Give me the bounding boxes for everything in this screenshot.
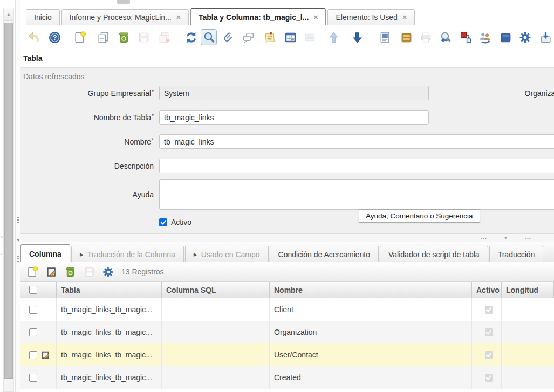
cell-tabla: tb_magic_links_tb_magic... xyxy=(57,343,162,366)
note-icon[interactable] xyxy=(262,29,278,45)
row-checkbox[interactable] xyxy=(29,306,37,314)
required-marker: * xyxy=(152,137,154,143)
close-tab-icon[interactable]: × xyxy=(176,13,181,21)
detail-tab-traducci-n-de-la-columna[interactable]: ▶Traducción de la Columna xyxy=(71,246,184,262)
tab-inicio[interactable]: Inicio xyxy=(26,9,60,25)
grupo-empresarial-link[interactable]: Grupo Empresarial xyxy=(88,89,152,98)
settings-gear-icon[interactable] xyxy=(101,265,114,278)
activo-readonly-checkbox xyxy=(485,351,493,359)
detail-tab-usado-en-campo[interactable]: ▶Usado en Campo xyxy=(185,246,269,262)
column-header-tabla[interactable]: Tabla xyxy=(57,282,162,298)
organizacion-link[interactable]: Organización xyxy=(525,89,554,98)
tab-tabla-y-columna-tb-magic-l[interactable]: Tabla y Columna: tb_magic_l...× xyxy=(190,8,326,25)
row-select-cell xyxy=(20,366,57,389)
tab-elemento-is-used[interactable]: Elemento: Is Used× xyxy=(327,9,415,25)
tab-informe-y-proceso-magiclin[interactable]: Informe y Proceso: MagicLin...× xyxy=(61,9,189,25)
help-icon[interactable]: ? xyxy=(46,29,63,45)
splitter-divider xyxy=(16,247,20,247)
delete-row-icon[interactable] xyxy=(64,265,77,278)
close-tab-icon[interactable]: × xyxy=(402,13,407,21)
vertical-scrollbar[interactable]: ▲ xyxy=(3,8,14,392)
tab-label: Informe y Proceso: MagicLin... xyxy=(70,13,172,22)
editing-row-icon xyxy=(40,350,51,360)
ayuda-field[interactable] xyxy=(159,179,554,210)
preferences-icon[interactable] xyxy=(517,29,533,45)
parent-record-icon xyxy=(325,29,341,45)
collapse-left-icon[interactable]: ◀ xyxy=(16,237,20,243)
table-row[interactable]: tb_magic_links_tb_magic...Client xyxy=(20,298,554,321)
required-marker: * xyxy=(152,89,154,95)
column-header-columna-sql[interactable]: Columna SQL xyxy=(162,282,270,298)
splitter-collapse-down-icon[interactable]: ▼ xyxy=(495,234,517,242)
splitter-drag-dots-right[interactable]: ••• xyxy=(517,234,539,242)
center-splitter[interactable]: ••• ▼ ••• xyxy=(20,233,554,242)
cell-tabla: tb_magic_links_tb_magic... xyxy=(57,321,162,343)
detail-tab-label: Traducción de la Columna xyxy=(87,250,175,259)
table-row[interactable]: tb_magic_links_tb_magic...Organization xyxy=(20,321,554,343)
cell-longitud xyxy=(502,343,554,366)
cell-columna-sql xyxy=(162,321,270,343)
copy-record-icon[interactable] xyxy=(95,29,111,45)
cell-longitud xyxy=(502,366,554,389)
detail-tab-condici-n-de-acercamiento[interactable]: Condición de Acercamiento xyxy=(270,246,379,262)
cell-nombre: Client xyxy=(270,298,472,321)
print-icon xyxy=(418,29,434,45)
splitter-grip[interactable] xyxy=(17,256,19,264)
product-info-icon[interactable] xyxy=(497,29,514,45)
grupo-empresarial-field[interactable] xyxy=(159,86,429,100)
column-header-nombre[interactable]: Nombre xyxy=(270,282,472,298)
cell-longitud xyxy=(502,321,554,343)
delete-record-icon[interactable] xyxy=(115,29,132,45)
north-splitter-handle[interactable] xyxy=(117,0,130,4)
application-window: ▲ ◀ InicioInforme y Proceso: MagicLin...… xyxy=(0,0,554,392)
export-icon[interactable] xyxy=(537,29,553,45)
row-checkbox[interactable] xyxy=(29,351,37,359)
attachment-icon[interactable] xyxy=(220,29,236,45)
detail-record-icon[interactable] xyxy=(349,29,365,45)
select-all-checkbox[interactable] xyxy=(29,286,37,294)
find-icon[interactable] xyxy=(201,29,217,45)
detail-tab-label: Traducción xyxy=(498,250,535,259)
requests-icon[interactable] xyxy=(477,29,493,45)
edit-row-icon[interactable] xyxy=(45,265,58,278)
panel-collapse-handle[interactable] xyxy=(0,236,3,255)
activo-checkbox[interactable] xyxy=(159,218,167,226)
toggle-grid-icon[interactable] xyxy=(282,29,298,45)
row-checkbox[interactable] xyxy=(29,328,37,336)
report-icon[interactable] xyxy=(377,29,393,45)
cell-tabla: tb_magic_links_tb_magic... xyxy=(57,366,162,389)
refresh-icon[interactable] xyxy=(183,29,199,45)
descripcion-field[interactable] xyxy=(159,159,554,173)
cell-tabla: tb_magic_links_tb_magic... xyxy=(57,298,162,321)
field-label-grupo-empresarial: Grupo Empresarial* xyxy=(20,89,159,98)
select-all-header[interactable] xyxy=(20,282,57,298)
scrollbar-thumb[interactable] xyxy=(4,23,13,379)
scroll-up-icon[interactable]: ▲ xyxy=(4,8,13,21)
columns-table: TablaColumna SQLNombreActivoLongitudtb_m… xyxy=(20,282,554,392)
row-checkbox[interactable] xyxy=(29,374,37,382)
chat-icon[interactable] xyxy=(240,29,256,45)
required-marker: * xyxy=(152,113,154,119)
table-row[interactable]: tb_magic_links_tb_magic...User/Contact xyxy=(20,343,554,366)
column-header-activo[interactable]: Activo xyxy=(472,282,502,298)
detail-tab-traducci-n[interactable]: Traducción xyxy=(489,246,544,262)
new-row-icon[interactable] xyxy=(26,265,39,278)
workflow-icon[interactable] xyxy=(457,29,474,45)
new-record-icon[interactable] xyxy=(72,29,88,45)
column-header-longitud[interactable]: Longitud xyxy=(502,282,554,298)
detail-tab-columna[interactable]: Columna xyxy=(20,244,70,263)
tab-arrow-icon: ▶ xyxy=(194,252,197,257)
table-row[interactable]: tb_magic_links_tb_magic...Created xyxy=(20,366,554,389)
nombre-tabla-field[interactable] xyxy=(159,110,429,125)
nombre-field[interactable] xyxy=(159,134,554,149)
detail-tab-label: Usado en Campo xyxy=(201,250,260,259)
splitter-drag-dots-left[interactable]: ••• xyxy=(473,234,495,242)
close-tab-icon[interactable]: × xyxy=(313,13,318,21)
main-toolbar: ? xyxy=(20,25,554,49)
detail-tab-validador-de-script-de-tabla[interactable]: Validador de script de tabla xyxy=(380,246,488,262)
west-splitter[interactable]: ◀ xyxy=(15,0,20,392)
splitter-grip[interactable] xyxy=(17,217,19,225)
zoom-across-icon[interactable] xyxy=(437,29,453,45)
row-select-cell xyxy=(20,298,57,321)
archive-icon[interactable] xyxy=(398,29,414,45)
